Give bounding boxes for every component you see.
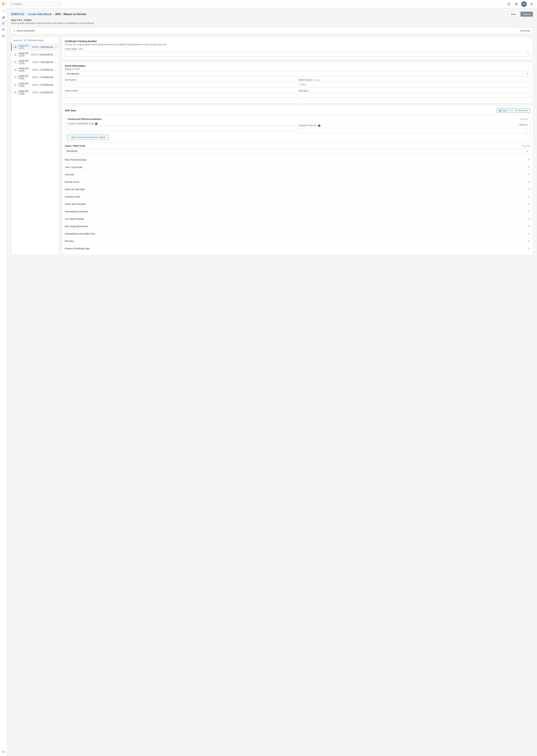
asset-name: VANE HPT, 2 STG xyxy=(19,75,31,80)
serial-number-input[interactable]: 23512351324 xyxy=(65,93,296,98)
expand-plus-icon: + xyxy=(528,239,530,242)
asset-item[interactable]: VANE HPT, 2 STG 2A9721 312351234123 ✓ xyxy=(11,51,59,59)
remove-order-btn[interactable]: × Remove xyxy=(518,124,527,127)
app-logo[interactable] xyxy=(1,1,6,6)
expand-row[interactable]: Part Usage Restrictions + xyxy=(65,223,530,230)
search-box[interactable] xyxy=(10,2,61,6)
svg-rect-18 xyxy=(499,110,500,111)
expand-label: Remarks xyxy=(65,240,74,242)
expand-plus-icon: + xyxy=(528,210,530,213)
expand-plus-icon: + xyxy=(528,247,530,250)
asset-item[interactable]: VANE HPT, 2 STG 2A9721 51342351232 ✓ xyxy=(11,89,59,96)
sidebar-settings-btn[interactable] xyxy=(1,749,6,755)
asset-serial: 23512351324 xyxy=(41,46,53,48)
download-link[interactable]: Download xyxy=(520,29,530,32)
search-input[interactable] xyxy=(15,3,60,5)
tracking-number-input[interactable]: ARC-XXX-XXXXXXX-XXX xyxy=(65,51,530,57)
clear-form-button[interactable]: Clear Form xyxy=(513,108,530,113)
arc-data-header: ARC Data Copy to Clear Form xyxy=(65,108,530,113)
sidebar-add-btn[interactable]: + xyxy=(1,8,6,14)
display-label: Display on Form xyxy=(65,68,530,70)
copy-icon xyxy=(499,109,501,111)
breadcrumb: 6190CG11 › Create Data Block › ARC - Ret… xyxy=(11,12,533,17)
sidebar-analytics-btn[interactable] xyxy=(1,15,6,20)
expand-label: Shelf Life Start Date xyxy=(65,188,85,190)
asset-item[interactable]: VANE HPT, 2 STG 2A9721 51342351233 ✓ xyxy=(11,81,59,89)
right-panel: Certificate Tracking Number You can use … xyxy=(62,37,533,255)
expand-plus-icon: + xyxy=(528,202,530,206)
serial-number-label: Serial Number xyxy=(65,90,296,92)
part-number-input[interactable]: 2A9721 xyxy=(65,82,296,87)
asset-item[interactable]: VANE HPT, 2 STG 2A9721 51342351234 ✓ xyxy=(11,66,59,73)
sidebar-folder-btn[interactable] xyxy=(1,33,6,38)
customer-order-wrapper: Customer Order No. i × Remove N4839 xyxy=(298,124,527,133)
display-select[interactable]: Part Number Serial Number Description xyxy=(65,71,530,76)
customer-order-label-row: Customer Order No. i × Remove xyxy=(298,124,527,127)
submit-button[interactable]: Submit xyxy=(520,12,533,17)
breadcrumb-link-create[interactable]: Create Data Block xyxy=(28,13,52,16)
customer-order-input[interactable]: N4839 xyxy=(298,128,527,133)
asset-item[interactable]: VANE HPT, 2 STG 2A9721 51342351234 ✓ xyxy=(11,73,59,81)
expand-row[interactable]: Airline Stock Number + xyxy=(65,200,530,208)
account-btn[interactable] xyxy=(529,1,534,7)
svg-point-16 xyxy=(15,92,16,93)
asset-gear-icon xyxy=(14,68,17,71)
expand-row[interactable]: Remote Issuer + xyxy=(65,178,530,186)
model-number-group: Model Number · Optional xyxy=(298,79,530,87)
source-banner: ℹ Source Document Download xyxy=(11,27,533,34)
model-number-input[interactable] xyxy=(298,82,530,87)
expand-row[interactable]: Shelf Life Start Date + xyxy=(65,186,530,193)
expand-row[interactable]: Airworthiness Deviation + xyxy=(65,208,530,215)
asset-serial: 51342351232 xyxy=(41,91,53,94)
part-number-label: Part Number xyxy=(65,79,296,81)
status-select[interactable]: MODIFIED NEW REPAIRED OVERHAULED INSPECT… xyxy=(65,148,530,154)
sidebar-flights-btn[interactable] xyxy=(1,21,6,26)
description-input[interactable]: VANE HPT, 2 STG xyxy=(298,93,530,98)
tracking-clear-btn[interactable]: × xyxy=(527,53,529,55)
svg-point-15 xyxy=(15,84,16,85)
expand-plus-icon: + xyxy=(528,180,530,184)
description-label: Description xyxy=(298,90,530,92)
expand-label: Part Usage Restrictions xyxy=(65,225,88,228)
expand-plus-icon: + xyxy=(528,188,530,191)
expand-row[interactable]: International Commodity Code + xyxy=(65,230,530,237)
expand-row[interactable]: Previous Certificate Data + xyxy=(65,245,530,252)
customer-id-input[interactable]: 4034 xyxy=(67,126,296,131)
asset-item[interactable]: VANE HPT, 2 STG 2A9721 23512351324 ✓ xyxy=(11,43,59,51)
commercial-ref-title: Commercial Reference Numbers xyxy=(67,118,102,120)
display-select-wrapper: Part Number Serial Number Description ▼ xyxy=(65,71,530,76)
asset-gear-icon xyxy=(14,53,17,56)
asset-name: VANE HPT, 2 STG xyxy=(19,45,31,50)
expand-row[interactable]: Work Performed Data + xyxy=(65,156,530,163)
expand-plus-icon: + xyxy=(528,195,530,198)
more-commercial-options-btn[interactable]: + More Commercial Reference Options xyxy=(67,135,108,140)
asset-item[interactable]: VANE HPT, 2 STG 2A9721 23512351234 ✓ xyxy=(11,59,59,66)
status-required: Required xyxy=(522,145,530,147)
expand-row[interactable]: Lot / Batch Number + xyxy=(65,215,530,223)
tracking-input-wrapper: ARC-XXX-XXXXXXX-XXX × xyxy=(65,51,530,57)
expand-label: Airline Stock Number xyxy=(65,203,86,205)
arc-data-title: ARC Data xyxy=(65,109,76,112)
asset-code: 2A9721 xyxy=(32,76,39,79)
expand-plus-icon: + xyxy=(528,173,530,176)
expand-label: Previous Certificate Data xyxy=(65,247,90,250)
copy-to-button[interactable]: Copy to xyxy=(497,108,511,113)
back-button[interactable]: Back xyxy=(508,12,519,17)
expand-row[interactable]: Remarks + xyxy=(65,237,530,245)
user-avatar[interactable]: BA xyxy=(521,1,527,7)
expand-row[interactable]: Life Limit + xyxy=(65,171,530,178)
expand-row[interactable]: Expiration Date + xyxy=(65,193,530,200)
breadcrumb-link-job[interactable]: 6190CG11 xyxy=(11,13,24,16)
customer-order-info-icon[interactable]: i xyxy=(318,124,320,127)
asset-check-icon: ✓ xyxy=(55,84,57,86)
customer-id-info-icon[interactable]: i xyxy=(95,123,98,125)
help-btn[interactable] xyxy=(514,1,519,7)
sidebar-transfer-btn[interactable] xyxy=(1,27,6,32)
asset-list-title: Asset List xyxy=(13,39,22,42)
content-grid: Asset List 15 / 15 Assets Ready VANE HPT… xyxy=(11,37,533,255)
expand-row[interactable]: Time / Cycle Data + xyxy=(65,163,530,171)
asset-serial: 51342351234 xyxy=(41,68,53,71)
notifications-btn[interactable] xyxy=(506,1,512,7)
asset-code: 2A9721 xyxy=(32,84,39,86)
step-info: Step 4 of 4 - Details Please provide ass… xyxy=(11,19,533,24)
